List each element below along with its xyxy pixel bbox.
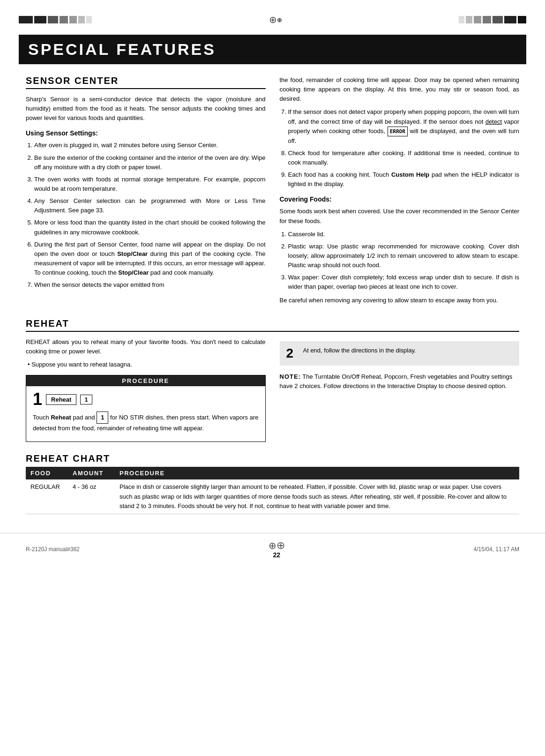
sensor-step-4: Any Sensor Center selection can be progr… [34, 196, 266, 215]
num-box: 1 [80, 395, 92, 404]
step1-instruction: Touch Reheat pad and 1 for NO STIR dishe… [33, 412, 259, 433]
cell-procedure: Place in dish or casserole slightly larg… [115, 479, 519, 514]
reheat-two-col: REHEAT allows you to reheat many of your… [26, 337, 519, 442]
cell-food: REGULAR [26, 479, 68, 514]
note-label: NOTE: [280, 373, 301, 380]
covering-foods-intro: Some foods work best when covered. Use t… [280, 207, 520, 225]
reheat-title: REHEAT [26, 318, 519, 332]
using-sensor-title: Using Sensor Settings: [26, 129, 266, 137]
crosshair-footer: ⊕ [271, 540, 282, 551]
procedure-header: PROCEDURE [26, 375, 265, 386]
reheat-section: REHEAT REHEAT allows you to reheat many … [26, 318, 519, 442]
page-number: 22 [271, 551, 282, 559]
step1-number: 1 [33, 391, 42, 408]
reheat-left-col: REHEAT allows you to reheat many of your… [26, 337, 266, 442]
footer-center-group: ⊕ 22 [271, 540, 282, 559]
covering-step-2: Plastic wrap: Use plastic wrap recommend… [288, 242, 520, 270]
note-text: The Turntable On/Off Reheat, Popcorn, Fr… [280, 373, 513, 389]
reheat-chart-table: FOOD AMOUNT PROCEDURE REGULAR 4 - 36 oz … [26, 467, 519, 514]
col-header-procedure: PROCEDURE [115, 467, 519, 479]
step2-box: 2 At end, follow the directions in the d… [280, 341, 520, 366]
sensor-step-2: Be sure the exterior of the cooking cont… [34, 153, 266, 172]
step1-row: 1 Reheat 1 [33, 391, 259, 408]
col-header-amount: AMOUNT [68, 467, 115, 479]
sensor-left-col: SENSOR CENTER Sharp's Sensor is a semi-c… [26, 75, 266, 309]
reheat-bullet-list: Suppose you want to reheat lasagna. [26, 360, 266, 369]
sensor-step-r8: Check food for temperature after cooking… [288, 149, 520, 167]
sensor-step-5: More or less food than the quantity list… [34, 218, 266, 237]
page-title: SPECIAL FEATURES [28, 40, 517, 59]
reheat-right-col: 2 At end, follow the directions in the d… [280, 337, 520, 442]
note-box: NOTE: The Turntable On/Off Reheat, Popco… [280, 372, 520, 391]
title-banner: SPECIAL FEATURES [19, 35, 526, 64]
cell-amount: 4 - 36 oz [68, 479, 115, 514]
covering-step-3: Wax paper: Cover dish completely; fold e… [288, 273, 520, 292]
sensor-intro: Sharp's Sensor is a semi-conductor devic… [26, 95, 266, 123]
covering-footer: Be careful when removing any covering to… [280, 296, 520, 305]
sensor-center-section: SENSOR CENTER Sharp's Sensor is a semi-c… [26, 75, 519, 309]
sensor-step-r7: If the sensor does not detect vapor prop… [288, 107, 520, 146]
sensor-steps-list: After oven is plugged in, wait 2 minutes… [26, 141, 266, 290]
page: ⊕ SPECIAL FEATURES SENSOR CENTER Sharp's… [0, 0, 545, 756]
sensor-right-col: the food, remainder of cooking time will… [280, 75, 520, 309]
top-bar-left [19, 14, 92, 25]
procedure-box: PROCEDURE 1 Reheat 1 Touch Reheat pad an… [26, 375, 266, 442]
covering-steps-list: Casserole lid. Plastic wrap: Use plastic… [280, 230, 520, 292]
procedure-content: 1 Reheat 1 Touch Reheat pad and 1 for NO… [26, 386, 265, 442]
col-header-food: FOOD [26, 467, 68, 479]
header-decoration: ⊕ [0, 9, 545, 30]
step2-number: 2 [286, 346, 298, 361]
content-area: SENSOR CENTER Sharp's Sensor is a semi-c… [0, 75, 545, 514]
reheat-button: Reheat [46, 394, 76, 405]
sensor-step-7: When the sensor detects the vapor emitte… [34, 280, 266, 290]
step2-text: At end, follow the directions in the dis… [303, 346, 416, 355]
reheat-chart-section: REHEAT CHART FOOD AMOUNT PROCEDURE REGUL… [26, 453, 519, 514]
covering-step-1: Casserole lid. [288, 230, 520, 239]
footer-right: 4/15/04, 11:17 AM [474, 546, 519, 553]
table-row: REGULAR 4 - 36 oz Place in dish or casse… [26, 479, 519, 514]
page-footer: R-2120J manual#382 ⊕ 22 4/15/04, 11:17 A… [0, 533, 545, 565]
sensor-center-title: SENSOR CENTER [26, 75, 266, 89]
covering-foods-title: Covering Foods: [280, 195, 520, 203]
chart-header-row: FOOD AMOUNT PROCEDURE [26, 467, 519, 479]
crosshair-top-center: ⊕ [270, 14, 281, 25]
sensor-right-intro: the food, remainder of cooking time will… [280, 75, 520, 104]
sensor-step-3: The oven works with foods at normal stor… [34, 175, 266, 194]
reheat-bullet: Suppose you want to reheat lasagna. [28, 360, 266, 369]
sensor-step-6: During the first part of Sensor Center, … [34, 240, 266, 278]
footer-left: R-2120J manual#382 [26, 546, 80, 553]
sensor-steps-right: If the sensor does not detect vapor prop… [280, 107, 520, 189]
reheat-intro: REHEAT allows you to reheat many of your… [26, 337, 266, 356]
sensor-step-r9: Each food has a cooking hint. Touch Cust… [288, 170, 520, 189]
top-bar-right [459, 14, 526, 25]
chart-body: REGULAR 4 - 36 oz Place in dish or casse… [26, 479, 519, 514]
reheat-chart-title: REHEAT CHART [26, 453, 519, 464]
sensor-step-1: After oven is plugged in, wait 2 minutes… [34, 141, 266, 150]
